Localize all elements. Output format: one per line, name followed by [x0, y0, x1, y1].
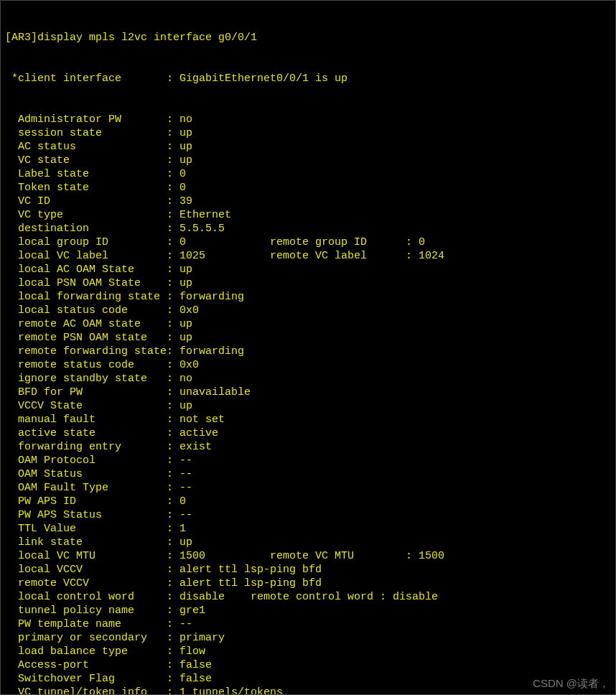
output-row: forwarding entry : exist — [5, 440, 611, 454]
output-row: active state : active — [5, 426, 611, 440]
output-rows: Administrator PW : no session state : up… — [5, 113, 611, 695]
command-text: display mpls l2vc interface g0/0/1 — [37, 31, 257, 45]
prompt: [AR3] — [5, 31, 37, 45]
output-row: local VCCV : alert ttl lsp-ping bfd — [5, 563, 611, 577]
output-row: VC tunnel/token info : 1 tunnels/tokens — [5, 686, 611, 695]
output-row: remote forwarding state: forwarding — [5, 345, 611, 358]
output-row: primary or secondary : primary — [5, 631, 611, 645]
output-row: local group ID : 0 remote group ID : 0 — [5, 235, 611, 249]
output-row: VCCV State : up — [5, 399, 611, 413]
output-row: remote PSN OAM state : up — [5, 331, 611, 345]
output-row: PW APS Status : -- — [5, 508, 611, 522]
command-line: [AR3]display mpls l2vc interface g0/0/1 — [5, 31, 611, 45]
output-row: AC status : up — [5, 140, 611, 154]
output-row: local VC label : 1025 remote VC label : … — [5, 249, 611, 263]
output-row: local forwarding state : forwarding — [5, 290, 611, 304]
output-row: session state : up — [5, 126, 611, 140]
output-row: PW APS ID : 0 — [5, 495, 611, 508]
output-row: Token state : 0 — [5, 181, 611, 195]
output-row: TTL Value : 1 — [5, 522, 611, 536]
output-row: remote status code : 0x0 — [5, 358, 611, 372]
output-row: local control word : disable remote cont… — [5, 590, 611, 604]
output-row: load balance type : flow — [5, 645, 611, 658]
output-row: OAM Status : -- — [5, 467, 611, 481]
output-row: local status code : 0x0 — [5, 304, 611, 317]
output-row: link state : up — [5, 536, 611, 549]
output-row: Administrator PW : no — [5, 113, 611, 126]
output-row: OAM Fault Type : -- — [5, 481, 611, 495]
output-row: VC state : up — [5, 154, 611, 167]
output-row: BFD for PW : unavailable — [5, 386, 611, 399]
output-row: VC ID : 39 — [5, 195, 611, 208]
output-row: local PSN OAM State : up — [5, 276, 611, 290]
output-row: remote AC OAM state : up — [5, 317, 611, 331]
output-row: OAM Protocol : -- — [5, 454, 611, 467]
output-row: ignore standby state : no — [5, 372, 611, 386]
client-interface-line: *client interface : GigabitEthernet0/0/1… — [5, 72, 611, 85]
output-row: remote VCCV : alert ttl lsp-ping bfd — [5, 577, 611, 590]
output-row: local VC MTU : 1500 remote VC MTU : 1500 — [5, 549, 611, 563]
output-row: local AC OAM State : up — [5, 263, 611, 276]
output-row: PW template name : -- — [5, 617, 611, 631]
output-row: Access-port : false — [5, 658, 611, 672]
terminal-output: [AR3]display mpls l2vc interface g0/0/1 … — [1, 1, 615, 695]
output-row: tunnel policy name : gre1 — [5, 604, 611, 617]
output-row: Label state : 0 — [5, 167, 611, 181]
output-row: destination : 5.5.5.5 — [5, 222, 611, 235]
output-row: VC type : Ethernet — [5, 208, 611, 222]
output-row: manual fault : not set — [5, 413, 611, 426]
output-row: Switchover Flag : false — [5, 672, 611, 686]
